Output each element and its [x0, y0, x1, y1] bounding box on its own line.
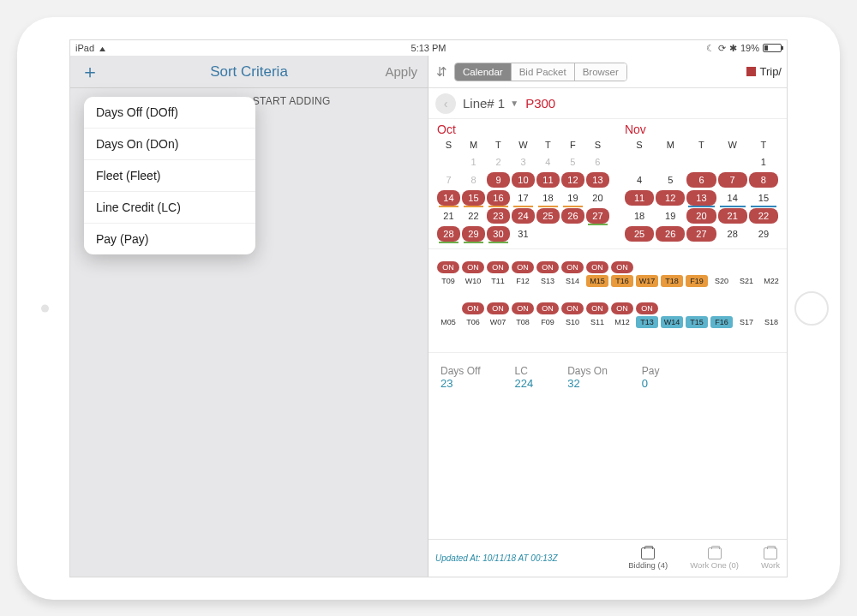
calendar-day[interactable]: 15 — [462, 190, 485, 206]
calendar-day[interactable]: 16 — [487, 190, 510, 206]
calendar-day — [686, 154, 716, 170]
calendar-day[interactable]: 9 — [487, 172, 510, 188]
calendar-day[interactable]: 8 — [749, 172, 778, 188]
calendar-day[interactable]: 6 — [586, 154, 609, 170]
calendar-day[interactable]: 1 — [749, 154, 778, 170]
segment-bid-packet[interactable]: Bid Packet — [511, 63, 574, 81]
timeline-row-2: ONONONONONONONONM05T06W07T08F09S10S11M12… — [437, 302, 778, 328]
calendar-day[interactable]: 28 — [437, 226, 460, 242]
calendar-day[interactable]: 19 — [656, 208, 685, 224]
criteria-option-3[interactable]: Line Credit (LC) — [84, 192, 255, 224]
stat-label: Days On — [567, 365, 608, 377]
calendar-day[interactable]: 27 — [686, 226, 716, 242]
calendar-day[interactable]: 12 — [656, 190, 685, 206]
calendar-day[interactable]: 27 — [586, 208, 609, 224]
bottom-tab[interactable]: Bidding (4) — [628, 547, 668, 570]
calendar-day[interactable]: 6 — [686, 172, 716, 188]
calendar-day[interactable]: 25 — [625, 226, 654, 242]
calendar-day[interactable]: 11 — [536, 172, 560, 188]
line-label[interactable]: Line# 1 — [463, 96, 505, 111]
calendar-day[interactable]: 23 — [487, 208, 510, 224]
calendar-day[interactable]: 24 — [512, 208, 535, 224]
timeline-day: T15 — [686, 316, 708, 328]
calendar-day — [536, 226, 560, 242]
calendar-day[interactable]: 22 — [749, 208, 778, 224]
calendar-day[interactable]: 12 — [561, 172, 584, 188]
calendar-day[interactable]: 5 — [656, 172, 685, 188]
home-button[interactable] — [794, 291, 829, 326]
tab-label: Bidding (4) — [628, 560, 668, 570]
timeline-day: S11 — [586, 316, 608, 328]
calendar-day[interactable]: 2 — [487, 154, 510, 170]
criteria-option-2[interactable]: Fleet (Fleet) — [84, 160, 255, 192]
tab-icon — [641, 547, 655, 559]
calendar-day[interactable]: 22 — [462, 208, 485, 224]
calendar-day[interactable]: 13 — [586, 172, 609, 188]
calendar-day[interactable]: 29 — [462, 226, 485, 242]
on-pill: ON — [462, 261, 484, 273]
calendar-day[interactable]: 29 — [749, 226, 778, 242]
on-pill: ON — [561, 302, 584, 314]
chevron-down-icon[interactable]: ▼ — [510, 99, 518, 108]
criteria-option-0[interactable]: Days Off (DOff) — [84, 97, 255, 129]
filter-icon[interactable]: ⇵ — [434, 64, 449, 80]
calendar-day[interactable]: 4 — [625, 172, 654, 188]
criteria-option-1[interactable]: Days On (DOn) — [84, 129, 255, 160]
calendar-day[interactable]: 14 — [437, 190, 460, 206]
calendar-day[interactable]: 18 — [625, 208, 654, 224]
calendar-day[interactable]: 18 — [536, 190, 560, 206]
calendar-nov: NovSMTWT14567811121314151819202122252627… — [625, 123, 778, 242]
dow-header: S — [437, 138, 460, 152]
bottom-tab[interactable]: Work — [761, 547, 780, 570]
calendar-day[interactable]: 21 — [718, 208, 747, 224]
calendar-day[interactable]: 30 — [487, 226, 510, 242]
calendar-day[interactable]: 21 — [437, 208, 460, 224]
timeline-day: F16 — [710, 316, 733, 328]
segment-browser[interactable]: Browser — [574, 63, 626, 81]
line-bar: ‹ Line# 1 ▼ P300 — [428, 88, 787, 119]
calendar-day[interactable]: 7 — [437, 172, 460, 188]
calendar-day[interactable]: 31 — [512, 226, 535, 242]
timeline-day: T06 — [462, 316, 484, 328]
segment-calendar[interactable]: Calendar — [455, 63, 511, 81]
dow-header: M — [656, 138, 685, 152]
calendar-day[interactable]: 19 — [561, 190, 584, 206]
timeline-day: T08 — [512, 316, 534, 328]
calendar-day[interactable]: 5 — [561, 154, 584, 170]
calendar-day[interactable]: 14 — [718, 190, 747, 206]
calendar-day[interactable]: 26 — [656, 226, 685, 242]
bluetooth-icon: ✱ — [729, 43, 737, 54]
apply-button[interactable]: Apply — [385, 64, 417, 79]
trip-indicator: Trip/ — [746, 65, 782, 78]
timeline-day: W14 — [661, 316, 683, 328]
calendar-day[interactable]: 7 — [718, 172, 747, 188]
add-criteria-button[interactable]: ＋ — [81, 63, 99, 81]
calendar-day[interactable]: 13 — [686, 190, 716, 206]
view-segmented-control[interactable]: CalendarBid PacketBrowser — [454, 63, 627, 81]
calendar-day[interactable]: 15 — [749, 190, 778, 206]
timeline-day: T16 — [611, 275, 633, 287]
calendar-day[interactable]: 28 — [718, 226, 747, 242]
calendar-day[interactable]: 11 — [625, 190, 654, 206]
criteria-option-4[interactable]: Pay (Pay) — [84, 224, 255, 254]
calendar-day[interactable]: 1 — [462, 154, 485, 170]
status-bar: iPad 5:13 PM ☾ ⟳ ✱ 19% — [70, 40, 787, 56]
tab-label: Work One (0) — [690, 560, 739, 570]
calendar-day[interactable]: 17 — [512, 190, 535, 206]
calendar-day[interactable]: 26 — [561, 208, 584, 224]
back-button[interactable]: ‹ — [435, 93, 456, 114]
calendar-day[interactable]: 20 — [686, 208, 716, 224]
bottom-tab[interactable]: Work One (0) — [690, 547, 739, 570]
on-pill: ON — [611, 261, 633, 273]
calendar-day[interactable]: 25 — [536, 208, 560, 224]
calendar-day[interactable]: 20 — [586, 190, 609, 206]
timeline-day: S14 — [561, 275, 584, 287]
on-pill: ON — [512, 261, 534, 273]
on-pill: ON — [536, 261, 559, 273]
calendar-day[interactable]: 4 — [536, 154, 560, 170]
calendar-day[interactable]: 3 — [512, 154, 535, 170]
timeline-day: F09 — [536, 316, 559, 328]
calendar-day[interactable]: 10 — [512, 172, 535, 188]
timeline-day: W17 — [636, 275, 658, 287]
calendar-day[interactable]: 8 — [462, 172, 485, 188]
